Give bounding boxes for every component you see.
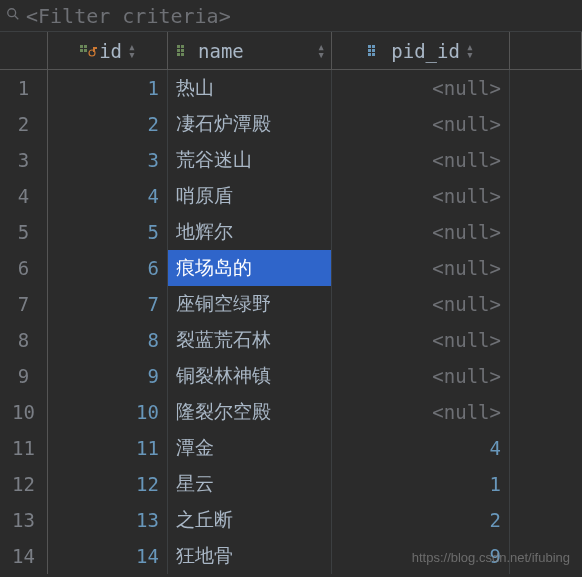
watermark: https://blog.csdn.net/ifubing [412,550,570,565]
row-number: 14 [0,538,48,574]
table-row[interactable]: 55地辉尔<null> [0,214,582,250]
table-row[interactable]: 88裂蓝荒石林<null> [0,322,582,358]
search-icon [6,6,20,25]
table-row[interactable]: 22凄石炉潭殿<null> [0,106,582,142]
cell-id[interactable]: 2 [48,106,168,142]
cell-name[interactable]: 地辉尔 [168,214,332,250]
svg-rect-5 [84,49,87,52]
svg-rect-10 [181,45,184,48]
cell-name[interactable]: 隆裂尔空殿 [168,394,332,430]
svg-rect-7 [93,47,95,52]
cell-name[interactable]: 凄石炉潭殿 [168,106,332,142]
svg-rect-8 [95,47,97,49]
column-header-id[interactable]: id ▴▾ [48,32,168,69]
sort-indicator-icon: ▴▾ [317,43,325,59]
svg-rect-19 [368,53,371,56]
table-row[interactable]: 33荒谷迷山<null> [0,142,582,178]
cell-id[interactable]: 11 [48,430,168,466]
svg-rect-4 [80,49,83,52]
cell-name[interactable]: 座铜空绿野 [168,286,332,322]
cell-id[interactable]: 10 [48,394,168,430]
table-row[interactable]: 1111潭金4 [0,430,582,466]
table-row[interactable]: 77座铜空绿野<null> [0,286,582,322]
cell-id[interactable]: 6 [48,250,168,286]
cell-name[interactable]: 之丘断 [168,502,332,538]
svg-rect-17 [368,49,371,52]
table-row[interactable]: 11热山<null> [0,70,582,106]
table-row[interactable]: 44哨原盾<null> [0,178,582,214]
cell-name[interactable]: 荒谷迷山 [168,142,332,178]
table-body: 11热山<null>22凄石炉潭殿<null>33荒谷迷山<null>44哨原盾… [0,70,582,574]
row-number: 4 [0,178,48,214]
cell-pid[interactable]: <null> [332,106,510,142]
row-number: 1 [0,70,48,106]
column-id-label: id [99,40,122,62]
cell-id[interactable]: 8 [48,322,168,358]
sort-indicator-icon: ▴▾ [128,43,136,59]
filter-bar[interactable]: <Filter criteria> [0,0,582,32]
table-header: id ▴▾ name ▴▾ pid_id ▴▾ [0,32,582,70]
cell-name[interactable]: 裂蓝荒石林 [168,322,332,358]
primary-key-icon [79,43,99,59]
cell-pid[interactable]: <null> [332,214,510,250]
table-row[interactable]: 99铜裂林神镇<null> [0,358,582,394]
cell-id[interactable]: 13 [48,502,168,538]
column-name-label: name [198,40,244,62]
cell-id[interactable]: 12 [48,466,168,502]
cell-pid[interactable]: <null> [332,250,510,286]
cell-id[interactable]: 3 [48,142,168,178]
column-spacer [510,32,582,69]
svg-rect-15 [368,45,371,48]
svg-rect-2 [80,45,83,48]
column-pid-label: pid_id [391,40,460,62]
sort-indicator-icon: ▴▾ [466,43,474,59]
cell-name[interactable]: 哨原盾 [168,178,332,214]
table-row[interactable]: 1010隆裂尔空殿<null> [0,394,582,430]
cell-id[interactable]: 1 [48,70,168,106]
cell-pid[interactable]: 2 [332,502,510,538]
cell-id[interactable]: 9 [48,358,168,394]
svg-rect-9 [177,45,180,48]
cell-pid[interactable]: <null> [332,322,510,358]
row-number: 9 [0,358,48,394]
row-number: 11 [0,430,48,466]
cell-pid[interactable]: <null> [332,394,510,430]
row-number-header [0,32,48,69]
cell-pid[interactable]: <null> [332,358,510,394]
cell-pid[interactable]: <null> [332,178,510,214]
svg-rect-12 [181,49,184,52]
cell-id[interactable]: 5 [48,214,168,250]
column-header-name[interactable]: name ▴▾ [168,32,332,69]
row-number: 3 [0,142,48,178]
row-number: 12 [0,466,48,502]
cell-pid[interactable]: 4 [332,430,510,466]
svg-rect-11 [177,49,180,52]
cell-id[interactable]: 7 [48,286,168,322]
cell-id[interactable]: 4 [48,178,168,214]
cell-pid[interactable]: <null> [332,286,510,322]
cell-name[interactable]: 铜裂林神镇 [168,358,332,394]
svg-rect-13 [177,53,180,56]
row-number: 13 [0,502,48,538]
svg-line-1 [15,16,19,20]
cell-pid[interactable]: 1 [332,466,510,502]
svg-rect-20 [372,53,375,56]
cell-pid[interactable]: <null> [332,142,510,178]
svg-point-0 [8,9,16,17]
cell-name[interactable]: 星云 [168,466,332,502]
row-number: 2 [0,106,48,142]
column-header-pid[interactable]: pid_id ▴▾ [332,32,510,69]
cell-name[interactable]: 潭金 [168,430,332,466]
table-row[interactable]: 1313之丘断2 [0,502,582,538]
svg-rect-16 [372,45,375,48]
cell-name[interactable]: 狂地骨 [168,538,332,574]
cell-name[interactable]: 痕场岛的 [168,250,332,286]
row-number: 6 [0,250,48,286]
cell-pid[interactable]: <null> [332,70,510,106]
table-row[interactable]: 66痕场岛的<null> [0,250,582,286]
cell-name[interactable]: 热山 [168,70,332,106]
row-number: 8 [0,322,48,358]
row-number: 10 [0,394,48,430]
table-row[interactable]: 1212星云1 [0,466,582,502]
cell-id[interactable]: 14 [48,538,168,574]
